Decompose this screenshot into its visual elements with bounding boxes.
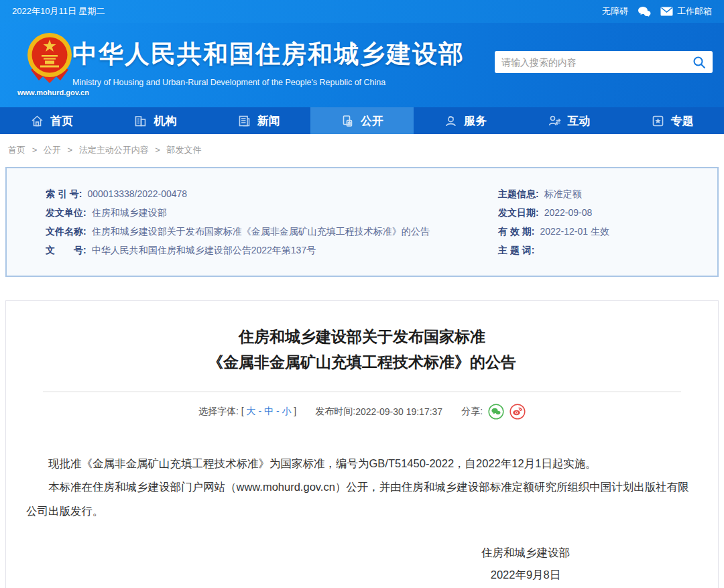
- meta-value: 标准定额: [544, 184, 582, 203]
- national-emblem-icon: [21, 31, 78, 87]
- nav-item-special-topics[interactable]: 专题: [621, 107, 724, 134]
- meta-label: 发文单位:: [46, 203, 86, 222]
- breadcrumb-current: 部发文件: [167, 145, 202, 155]
- meta-label: 发文日期:: [498, 203, 539, 222]
- font-size-medium-link[interactable]: 中: [264, 406, 274, 416]
- article-panel: 住房和城乡建设部关于发布国家标准 《金属非金属矿山充填工程技术标准》的公告 选择…: [5, 300, 719, 588]
- top-utility-bar: 2022年10月11日 星期二 无障碍 工作邮箱: [0, 0, 724, 23]
- breadcrumb-separator: >: [32, 145, 38, 155]
- font-size-label: 选择字体:: [198, 406, 239, 416]
- search-input[interactable]: [501, 57, 692, 68]
- main-navigation: 首页 机构 新闻 公开 服务 互动: [0, 107, 724, 134]
- nav-label: 机构: [154, 113, 176, 129]
- meta-row-keywords: 主 题 词:: [498, 241, 707, 259]
- meta-value: 中华人民共和国住房和城乡建设部公告2022年第137号: [92, 241, 316, 259]
- nav-item-public-disclosure[interactable]: 公开: [310, 107, 414, 134]
- search-icon: [692, 56, 706, 69]
- article-paragraph-2: 本标准在住房和城乡建设部门户网站（www.mohurd.gov.cn）公开，并由…: [26, 475, 698, 523]
- org-icon: [133, 114, 147, 128]
- meta-value: 住房和城乡建设部: [92, 203, 167, 222]
- nav-item-services[interactable]: 服务: [414, 107, 517, 134]
- article-meta-row: 选择字体: [ 大 - 中 - 小 ] 发布时间: 2022-09-30 19:…: [6, 404, 718, 420]
- signature-date: 2022年9月8日: [408, 564, 643, 586]
- breadcrumb: 首页 > 公开 > 法定主动公开内容 > 部发文件: [0, 134, 724, 164]
- font-size-selector: 选择字体: [ 大 - 中 - 小 ]: [198, 406, 296, 418]
- breadcrumb-statutory-disclosure[interactable]: 法定主动公开内容: [79, 145, 149, 155]
- article-signature: 住房和城乡建设部 2022年9月8日: [408, 542, 643, 586]
- bracket: [: [241, 406, 244, 416]
- meta-row-effective-date: 有 效 期: 2022-12-01 生效: [498, 222, 707, 241]
- publish-time-value: 2022-09-30 19:17:37: [355, 406, 442, 417]
- nav-label: 首页: [50, 113, 73, 129]
- article-body: 现批准《金属非金属矿山充填工程技术标准》为国家标准，编号为GB/T51450-2…: [26, 452, 698, 523]
- meta-value: 2022-12-01 生效: [540, 222, 609, 241]
- site-header: www.mohurd.gov.cn 中华人民共和国住房和城乡建设部 Minist…: [0, 23, 724, 107]
- accessibility-link[interactable]: 无障碍: [602, 5, 628, 17]
- meta-row-issuing-unit: 发文单位: 住房和城乡建设部: [46, 203, 498, 222]
- search-button[interactable]: [692, 56, 706, 69]
- nav-label: 专题: [671, 113, 694, 129]
- wechat-icon[interactable]: [638, 6, 651, 17]
- meta-row-document-number: 文 号: 中华人民共和国住房和城乡建设部公告2022年第137号: [46, 241, 498, 259]
- dash: -: [276, 406, 280, 416]
- dash: -: [258, 406, 261, 416]
- interact-icon: [548, 114, 562, 128]
- nav-item-home[interactable]: 首页: [0, 107, 103, 134]
- document-metadata-box: 索 引 号: 000013338/2022-00478 发文单位: 住房和城乡建…: [5, 167, 719, 277]
- meta-row-topic-info: 主题信息: 标准定额: [498, 184, 707, 203]
- meta-value: 2022-09-08: [544, 203, 593, 222]
- nav-item-news[interactable]: 新闻: [207, 107, 310, 134]
- nav-label: 服务: [464, 113, 487, 129]
- wechat-share-icon: [488, 404, 504, 420]
- home-icon: [30, 114, 44, 128]
- article-title-line1: 住房和城乡建设部关于发布国家标准: [6, 324, 718, 349]
- open-icon: [341, 114, 355, 128]
- topic-icon: [651, 114, 665, 128]
- site-title: 中华人民共和国住房和城乡建设部: [72, 38, 465, 71]
- title-divider: [43, 392, 681, 392]
- search-box: [495, 51, 713, 73]
- meta-row-issue-date: 发文日期: 2022-09-08: [498, 203, 707, 222]
- breadcrumb-separator: >: [155, 145, 160, 155]
- nav-item-interaction[interactable]: 互动: [517, 107, 620, 134]
- article-paragraph-1: 现批准《金属非金属矿山充填工程技术标准》为国家标准，编号为GB/T51450-2…: [26, 452, 698, 475]
- meta-label: 主题信息:: [498, 184, 539, 203]
- site-url: www.mohurd.gov.cn: [17, 89, 82, 97]
- nav-label: 公开: [361, 113, 383, 129]
- meta-value: 000013338/2022-00478: [87, 184, 187, 203]
- nav-item-organization[interactable]: 机构: [103, 107, 206, 134]
- breadcrumb-public[interactable]: 公开: [44, 145, 61, 155]
- meta-label: 有 效 期:: [498, 222, 534, 241]
- work-mailbox-link[interactable]: 工作邮箱: [677, 5, 712, 17]
- mail-icon: [660, 7, 673, 16]
- share-weibo-button[interactable]: [509, 404, 526, 420]
- weibo-share-icon: [509, 404, 526, 420]
- share-wechat-button[interactable]: [488, 404, 504, 420]
- service-icon: [444, 114, 458, 128]
- nav-label: 互动: [568, 113, 591, 129]
- current-date: 2022年10月11日 星期二: [12, 5, 105, 17]
- nav-label: 新闻: [257, 113, 280, 129]
- meta-label: 主 题 词:: [498, 241, 534, 259]
- article-title: 住房和城乡建设部关于发布国家标准 《金属非金属矿山充填工程技术标准》的公告: [6, 324, 718, 375]
- meta-label: 文 号:: [46, 241, 86, 259]
- site-subtitle: Ministry of Housing and Urban-Rural Deve…: [72, 78, 465, 87]
- bracket: ]: [294, 406, 296, 416]
- signature-organization: 住房和城乡建设部: [408, 542, 643, 564]
- meta-label: 文件名称:: [46, 222, 86, 241]
- meta-value: 住房和城乡建设部关于发布国家标准《金属非金属矿山充填工程技术标准》的公告: [92, 222, 430, 241]
- meta-row-document-name: 文件名称: 住房和城乡建设部关于发布国家标准《金属非金属矿山充填工程技术标准》的…: [46, 222, 498, 241]
- font-size-large-link[interactable]: 大: [247, 406, 256, 416]
- share-label: 分享:: [461, 406, 483, 418]
- publish-time-label: 发布时间:: [315, 406, 355, 418]
- news-icon: [237, 114, 251, 128]
- breadcrumb-home[interactable]: 首页: [8, 145, 25, 155]
- font-size-small-link[interactable]: 小: [282, 406, 291, 416]
- meta-row-index-number: 索 引 号: 000013338/2022-00478: [46, 184, 498, 203]
- breadcrumb-separator: >: [67, 145, 72, 155]
- article-title-line2: 《金属非金属矿山充填工程技术标准》的公告: [6, 349, 718, 375]
- meta-label: 索 引 号:: [46, 184, 82, 203]
